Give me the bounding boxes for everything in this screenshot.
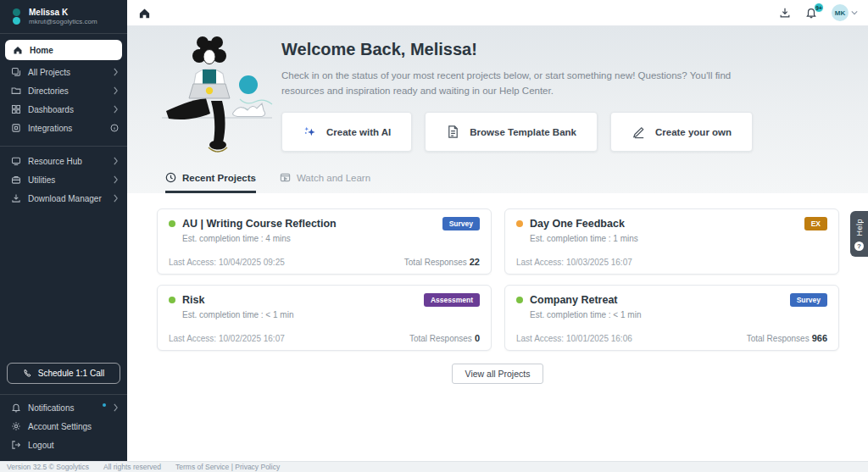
legal-links[interactable]: Terms of Service | Privacy Policy bbox=[175, 463, 280, 471]
sidebar-item-label: Integrations bbox=[28, 124, 103, 133]
help-tab[interactable]: Help bbox=[850, 211, 868, 257]
sidebar-item-label: Resource Hub bbox=[28, 157, 106, 166]
total-responses: Total Responses22 bbox=[404, 257, 480, 267]
user-name: Melissa K bbox=[29, 7, 97, 18]
sidebar-item-label: Home bbox=[30, 46, 114, 55]
user-block[interactable]: Melissa K mkrut@sogolytics.com bbox=[0, 0, 127, 33]
video-icon bbox=[280, 172, 291, 183]
sidebar-item-label: Download Manager bbox=[28, 194, 106, 203]
status-dot bbox=[516, 297, 523, 303]
logout-icon bbox=[11, 440, 21, 450]
sidebar-item-integrations[interactable]: Integrations bbox=[0, 119, 127, 137]
last-access: Last Access: 10/01/2025 16:06 bbox=[516, 334, 632, 343]
sidebar-item-resource-hub[interactable]: Resource Hub bbox=[0, 152, 127, 170]
tabs: Recent Projects Watch and Learn bbox=[165, 172, 370, 193]
tab-recent-projects[interactable]: Recent Projects bbox=[165, 172, 256, 193]
notification-badge: 9+ bbox=[814, 3, 824, 13]
project-title: Day One Feedback bbox=[530, 218, 798, 230]
project-type-badge: Survey bbox=[790, 293, 827, 307]
sidebar-item-dashboards[interactable]: Dashboards bbox=[0, 100, 127, 119]
welcome-subtitle: Check in on the status of your most rece… bbox=[281, 68, 765, 99]
project-title: Risk bbox=[182, 294, 417, 306]
completion-time: Est. completion time : < 1 min bbox=[182, 310, 480, 319]
hero-actions: Create with AI Browse Template Bank Crea… bbox=[281, 112, 753, 152]
chevron-right-icon bbox=[113, 194, 119, 203]
welcome-title: Welcome Back, Melissa! bbox=[281, 40, 765, 59]
sidebar-item-label: Account Settings bbox=[28, 422, 119, 431]
version-text: Version 32.5 © Sogolytics bbox=[7, 463, 89, 471]
notifications-button[interactable]: 9+ bbox=[805, 7, 817, 19]
responses-label: Total Responses bbox=[747, 334, 810, 343]
total-responses: Total Responses0 bbox=[409, 333, 480, 343]
resource-hub-icon bbox=[11, 156, 21, 166]
project-card[interactable]: Day One Feedback EX Est. completion time… bbox=[504, 208, 839, 275]
home-icon bbox=[13, 45, 23, 55]
divider bbox=[0, 146, 127, 147]
sparkles-icon bbox=[303, 125, 317, 139]
chevron-right-icon bbox=[113, 105, 119, 114]
action-label: Create your own bbox=[655, 127, 732, 137]
home-icon bbox=[138, 7, 151, 19]
browse-template-bank-button[interactable]: Browse Template Bank bbox=[425, 112, 598, 152]
hero-section: Welcome Back, Melissa! Check in on the s… bbox=[127, 26, 868, 193]
tab-label: Recent Projects bbox=[182, 173, 256, 183]
project-type-badge: Survey bbox=[442, 217, 480, 230]
completion-time: Est. completion time : 1 mins bbox=[530, 234, 827, 243]
sidebar-item-utilities[interactable]: Utilities bbox=[0, 170, 127, 189]
sidebar-item-label: Dashboards bbox=[28, 105, 106, 114]
folder-icon bbox=[11, 86, 21, 96]
project-title: AU | Writing Course Reflection bbox=[182, 218, 436, 230]
create-your-own-button[interactable]: Create your own bbox=[610, 112, 753, 152]
schedule-call-label: Schedule 1:1 Call bbox=[38, 369, 104, 378]
schedule-call-button[interactable]: Schedule 1:1 Call bbox=[7, 363, 120, 384]
welcome-illustration bbox=[155, 31, 275, 158]
download-tray-icon bbox=[779, 7, 791, 19]
completion-time: Est. completion time : 4 mins bbox=[182, 234, 480, 243]
gear-icon bbox=[11, 421, 21, 431]
status-dot bbox=[169, 220, 175, 227]
tab-watch-and-learn[interactable]: Watch and Learn bbox=[280, 172, 370, 193]
sidebar-item-download-manager[interactable]: Download Manager bbox=[0, 189, 127, 208]
chevron-right-icon bbox=[113, 68, 119, 76]
chevron-right-icon bbox=[113, 86, 119, 95]
last-access: Last Access: 10/03/2025 16:07 bbox=[516, 258, 632, 267]
briefcase-icon bbox=[11, 175, 21, 185]
topbar-home-button[interactable] bbox=[138, 7, 151, 19]
chevron-right-icon bbox=[113, 403, 119, 412]
sidebar-item-logout[interactable]: Logout bbox=[0, 436, 127, 454]
sidebar-item-directories[interactable]: Directories bbox=[0, 81, 127, 100]
responses-count: 966 bbox=[812, 333, 827, 343]
project-title: Company Retreat bbox=[530, 294, 783, 306]
last-access: Last Access: 10/02/2025 16:07 bbox=[169, 334, 285, 343]
project-card[interactable]: Company Retreat Survey Est. completion t… bbox=[504, 285, 839, 351]
status-dot bbox=[516, 220, 523, 227]
brand-avatar-icon bbox=[10, 8, 22, 25]
responses-count: 22 bbox=[470, 257, 480, 267]
help-label: Help bbox=[855, 219, 864, 236]
sidebar-item-notifications[interactable]: Notifications bbox=[0, 398, 127, 417]
sidebar-item-account-settings[interactable]: Account Settings bbox=[0, 417, 127, 436]
create-with-ai-button[interactable]: Create with AI bbox=[281, 112, 412, 152]
rights-text: All rights reserved bbox=[103, 463, 161, 471]
project-card[interactable]: AU | Writing Course Reflection Survey Es… bbox=[157, 208, 492, 275]
user-email: mkrut@sogolytics.com bbox=[29, 18, 97, 25]
integrations-icon bbox=[11, 123, 21, 133]
view-all-projects-button[interactable]: View all Projects bbox=[452, 364, 544, 384]
status-dot bbox=[169, 297, 175, 303]
sidebar-item-home[interactable]: Home bbox=[5, 40, 122, 60]
account-menu-button[interactable]: MK bbox=[832, 4, 858, 21]
action-label: Browse Template Bank bbox=[470, 127, 576, 137]
completion-time: Est. completion time : < 1 min bbox=[530, 310, 827, 319]
total-responses: Total Responses966 bbox=[747, 333, 827, 343]
project-card[interactable]: Risk Assessment Est. completion time : <… bbox=[157, 285, 492, 351]
sidebar-item-label: Directories bbox=[28, 86, 106, 96]
info-icon[interactable] bbox=[110, 124, 119, 132]
download-icon bbox=[11, 193, 21, 203]
main-content: Welcome Back, Melissa! Check in on the s… bbox=[127, 26, 868, 461]
app-window: Melissa K mkrut@sogolytics.com Home All … bbox=[0, 0, 868, 472]
project-cards: AU | Writing Course Reflection Survey Es… bbox=[157, 208, 839, 351]
download-manager-button[interactable] bbox=[779, 7, 791, 19]
sidebar-item-all-projects[interactable]: All Projects bbox=[0, 63, 127, 81]
last-access: Last Access: 10/04/2025 09:25 bbox=[169, 258, 285, 267]
divider bbox=[0, 33, 127, 34]
